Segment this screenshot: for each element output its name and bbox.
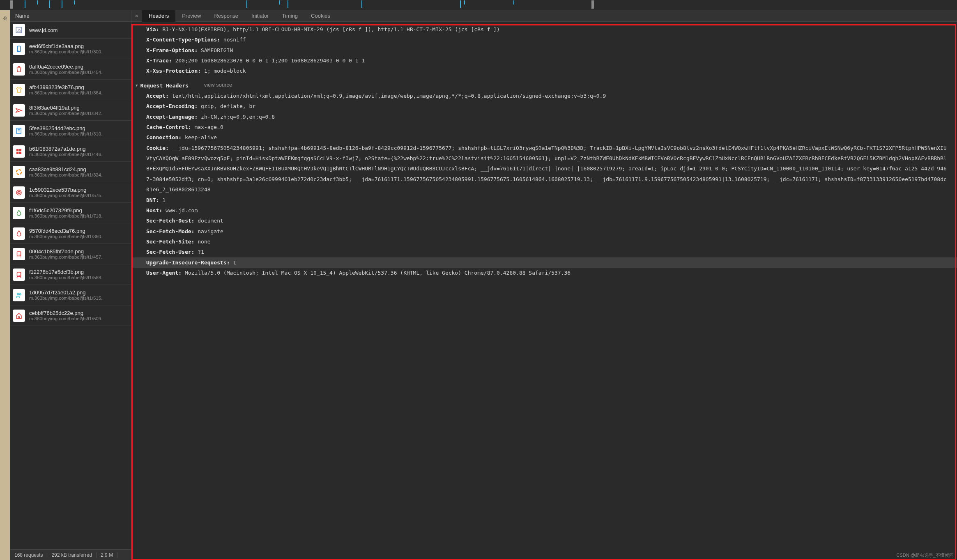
- tab-timing[interactable]: Timing: [276, 10, 305, 21]
- request-row[interactable]: 1c590322ece537ba.png m.360buyimg.com/bab…: [10, 182, 131, 203]
- bag-icon: [13, 63, 25, 76]
- request-row[interactable]: 9570fdd46ecd3a76.png m.360buyimg.com/bab…: [10, 223, 131, 244]
- headers-view[interactable]: Via: BJ-Y-NX-110(EXPIRED), http/1.1 ORI-…: [131, 22, 957, 560]
- sidebar-column-header[interactable]: Name: [10, 10, 131, 22]
- request-name: 0aff0a42cece09ee.png: [29, 64, 129, 70]
- svg-point-25: [17, 293, 19, 295]
- svg-point-26: [19, 293, 21, 295]
- request-header-row: Host: www.jd.com: [140, 205, 949, 216]
- request-header-row: Sec-Fetch-Mode: navigate: [140, 226, 949, 236]
- house-icon: [13, 310, 25, 322]
- request-subtext: m.360buyimg.com/babel/jfs/t1/360.: [29, 234, 129, 239]
- request-subtext: m.360buyimg.com/babel/jfs/t1/509.: [29, 316, 129, 321]
- request-name: b61f083872a7a1de.png: [29, 146, 129, 152]
- request-row[interactable]: 0aff0a42cece09ee.png m.360buyimg.com/bab…: [10, 59, 131, 80]
- view-source-button[interactable]: view source: [204, 82, 232, 88]
- svg-point-3: [18, 50, 19, 51]
- request-name: 9570fdd46ecd3a76.png: [29, 228, 129, 234]
- status-requests: 168 requests: [10, 552, 47, 558]
- watermark-text: CSDN @爬虫选手_不懂就问: [896, 552, 954, 558]
- request-list[interactable]: JS www.jd.com eed6f6cbf1de3aaa.png m.360…: [10, 22, 131, 549]
- tab-preview[interactable]: Preview: [175, 10, 207, 21]
- response-header-row: X-Trace: 200;200-1608028623078-0-0-0-1-1…: [140, 55, 949, 66]
- request-header-row: Accept-Encoding: gzip, deflate, br: [140, 101, 949, 111]
- network-request-sidebar: Name JS www.jd.com eed6f6cbf1de3aaa.png …: [10, 10, 131, 560]
- request-header-row: Accept-Language: zh-CN,zh;q=0.9,en;q=0.8: [140, 112, 949, 122]
- request-header-row: User-Agent: Mozilla/5.0 (Macintosh; Inte…: [140, 268, 949, 278]
- request-subtext: m.360buyimg.com/babel/jfs/t1/310.: [29, 131, 129, 136]
- script-icon: JS: [13, 24, 25, 36]
- tab-initiator[interactable]: Initiator: [245, 10, 276, 21]
- request-row[interactable]: eed6f6cbf1de3aaa.png m.360buyimg.com/bab…: [10, 39, 131, 59]
- request-subtext: m.360buyimg.com/babel/jfs/t1/300.: [29, 49, 129, 54]
- request-subtext: m.360buyimg.com/babel/jfs/t1/588.: [29, 275, 129, 280]
- svg-text:JS: JS: [17, 28, 21, 32]
- train-icon: [13, 248, 25, 260]
- request-headers-section-toggle[interactable]: Request Headers: [136, 80, 189, 91]
- grid-icon: [13, 145, 25, 158]
- request-name: 8f3f63ae04ff19af.png: [29, 105, 129, 111]
- background-page-sliver: 会: [0, 10, 10, 560]
- status-size: 2.9 M: [97, 552, 117, 558]
- svg-rect-9: [16, 151, 18, 154]
- details-panel: × HeadersPreviewResponseInitiatorTimingC…: [131, 10, 957, 560]
- drop-icon: [13, 207, 25, 219]
- request-name: www.jd.com: [29, 27, 129, 33]
- request-subtext: m.360buyimg.com/babel/jfs/t1/457.: [29, 255, 129, 259]
- request-row[interactable]: 5fee386254dd2ebc.png m.360buyimg.com/bab…: [10, 121, 131, 141]
- request-name: 5fee386254dd2ebc.png: [29, 125, 129, 131]
- request-name: eed6f6cbf1de3aaa.png: [29, 43, 129, 49]
- tab-response[interactable]: Response: [207, 10, 245, 21]
- response-header-row: X-Xss-Protection: 1; mode=block: [140, 66, 949, 76]
- svg-rect-10: [19, 151, 21, 154]
- svg-point-21: [18, 275, 18, 276]
- close-details-button[interactable]: ×: [131, 10, 142, 21]
- request-subtext: m.360buyimg.com/babel/jfs/t1/718.: [29, 213, 129, 218]
- request-row[interactable]: cebbff76b25dc22e.png m.360buyimg.com/bab…: [10, 305, 131, 326]
- svg-point-17: [19, 255, 20, 255]
- request-row[interactable]: 1d0957d7f2ae01a2.png m.360buyimg.com/bab…: [10, 285, 131, 305]
- request-name: caa83ce9b881cd24.png: [29, 166, 129, 172]
- people-icon: [13, 289, 25, 301]
- request-row[interactable]: 8f3f63ae04ff19af.png m.360buyimg.com/bab…: [10, 100, 131, 121]
- svg-line-23: [17, 277, 18, 278]
- request-subtext: m.360buyimg.com/babel/jfs/t1/575.: [29, 193, 129, 198]
- request-subtext: m.360buyimg.com/babel/jfs/t1/454.: [29, 70, 129, 75]
- request-subtext: m.360buyimg.com/babel/jfs/t1/324.: [29, 172, 129, 177]
- request-header-row: Cookie: __jdu=1596775675054234805991; sh…: [140, 143, 949, 195]
- drop-icon: [13, 227, 25, 240]
- request-row[interactable]: caa83ce9b881cd24.png m.360buyimg.com/bab…: [10, 162, 131, 182]
- request-row[interactable]: afb4399323fe3b76.png m.360buyimg.com/bab…: [10, 80, 131, 100]
- phone-icon: [13, 43, 25, 55]
- response-header-row: X-Content-Type-Options: nosniff: [140, 34, 949, 45]
- svg-point-16: [18, 255, 18, 255]
- request-name: f12276b17e5dcf3b.png: [29, 269, 129, 275]
- status-transferred: 292 kB transferred: [47, 552, 97, 558]
- target-icon: [13, 186, 25, 199]
- svg-line-19: [21, 257, 21, 257]
- response-header-row: X-Frame-Options: SAMEORIGIN: [140, 45, 949, 55]
- tab-cookies[interactable]: Cookies: [304, 10, 337, 21]
- svg-rect-8: [19, 149, 21, 151]
- tab-headers[interactable]: Headers: [142, 10, 175, 22]
- request-subtext: m.360buyimg.com/babel/jfs/t1/342.: [29, 111, 129, 116]
- svg-line-18: [17, 257, 18, 257]
- request-name: 1d0957d7f2ae01a2.png: [29, 289, 129, 296]
- circle-icon: [13, 166, 25, 178]
- request-header-row: Connection: keep-alive: [140, 132, 949, 142]
- request-name: cebbff76b25dc22e.png: [29, 310, 129, 316]
- request-row[interactable]: b61f083872a7a1de.png m.360buyimg.com/bab…: [10, 141, 131, 162]
- request-row[interactable]: 0004c1b85fbf7bde.png m.360buyimg.com/bab…: [10, 244, 131, 264]
- request-row[interactable]: f1f6dc5c207329f9.png m.360buyimg.com/bab…: [10, 203, 131, 223]
- request-row[interactable]: JS www.jd.com: [10, 22, 131, 39]
- request-name: afb4399323fe3b76.png: [29, 84, 129, 90]
- request-name: 0004c1b85fbf7bde.png: [29, 248, 129, 255]
- request-header-row: Accept: text/html,application/xhtml+xml,…: [140, 91, 949, 101]
- request-row[interactable]: f12276b17e5dcf3b.png m.360buyimg.com/bab…: [10, 264, 131, 285]
- request-header-row: Sec-Fetch-User: ?1: [140, 247, 949, 257]
- request-header-row: Sec-Fetch-Dest: document: [140, 216, 949, 226]
- network-timeline[interactable]: [0, 0, 957, 10]
- svg-line-24: [21, 277, 21, 278]
- svg-rect-7: [16, 149, 18, 151]
- plane-icon: [13, 104, 25, 117]
